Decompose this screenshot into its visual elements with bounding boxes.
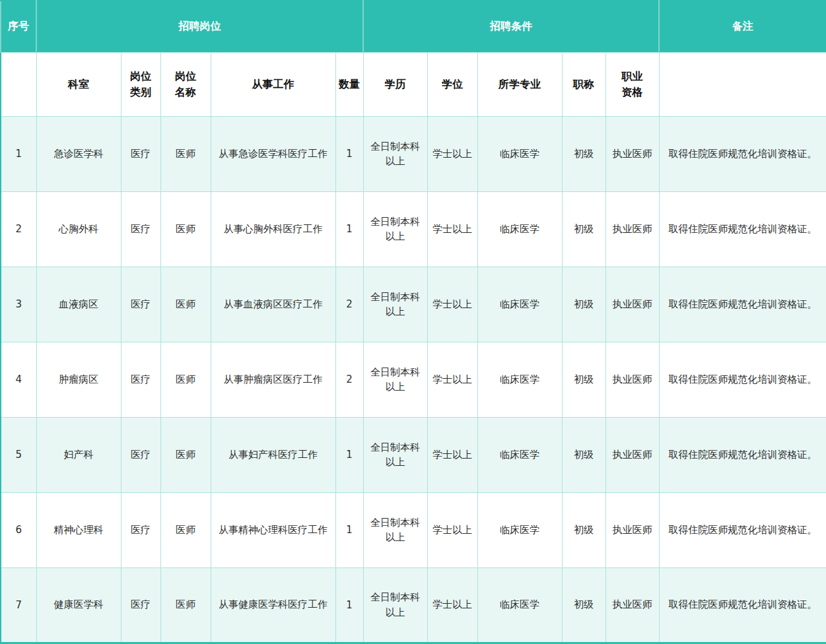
cell-degree: 学士以上 <box>427 191 477 267</box>
cell-remark: 取得住院医师规范化培训资格证。 <box>659 116 826 191</box>
cell-work: 从事急诊医学科医疗工作 <box>211 116 335 191</box>
cell-count: 1 <box>335 116 363 191</box>
cell-major: 临床医学 <box>477 191 562 267</box>
cell-education: 全日制本科 以上 <box>363 342 427 417</box>
cell-remark: 取得住院医师规范化培训资格证。 <box>659 417 826 492</box>
cell-index: 3 <box>1 267 36 342</box>
cell-qualification: 执业医师 <box>605 267 659 342</box>
group-header-conditions: 招聘条件 <box>363 1 659 52</box>
cell-position-name: 医师 <box>160 567 211 643</box>
col-header-category: 岗位 类别 <box>121 52 160 116</box>
cell-major: 临床医学 <box>477 567 562 643</box>
cell-education: 全日制本科 以上 <box>363 417 427 492</box>
cell-rank: 初级 <box>562 116 605 191</box>
table-row: 3 血液病区 医疗 医师 从事血液病区医疗工作 2 全日制本科 以上 学士以上 … <box>1 267 826 342</box>
cell-qualification: 执业医师 <box>605 567 659 643</box>
cell-remark: 取得住院医师规范化培训资格证。 <box>659 191 826 267</box>
cell-position-name: 医师 <box>160 342 211 417</box>
table-row: 4 肿瘤病区 医疗 医师 从事肿瘤病区医疗工作 2 全日制本科 以上 学士以上 … <box>1 342 826 417</box>
col-header-department: 科室 <box>36 52 121 116</box>
table-row: 7 健康医学科 医疗 医师 从事健康医学科医疗工作 1 全日制本科 以上 学士以… <box>1 567 826 643</box>
cell-category: 医疗 <box>121 567 160 643</box>
col-header-work: 从事工作 <box>211 52 335 116</box>
recruitment-table-page: 序号 招聘岗位 招聘条件 备注 科室 岗位 类别 岗位 名称 从事工作 数量 学… <box>0 0 826 644</box>
cell-degree: 学士以上 <box>427 267 477 342</box>
cell-category: 医疗 <box>121 191 160 267</box>
cell-category: 医疗 <box>121 267 160 342</box>
cell-degree: 学士以上 <box>427 417 477 492</box>
cell-education: 全日制本科 以上 <box>363 116 427 191</box>
cell-rank: 初级 <box>562 267 605 342</box>
cell-education: 全日制本科 以上 <box>363 191 427 267</box>
cell-work: 从事精神心理科医疗工作 <box>211 492 335 567</box>
cell-qualification: 执业医师 <box>605 116 659 191</box>
cell-position-name: 医师 <box>160 417 211 492</box>
cell-qualification: 执业医师 <box>605 492 659 567</box>
cell-major: 临床医学 <box>477 342 562 417</box>
cell-department: 心胸外科 <box>36 191 121 267</box>
cell-position-name: 医师 <box>160 116 211 191</box>
table-row: 1 急诊医学科 医疗 医师 从事急诊医学科医疗工作 1 全日制本科 以上 学士以… <box>1 116 826 191</box>
column-header-row: 科室 岗位 类别 岗位 名称 从事工作 数量 学历 学位 所学专业 职称 职业 … <box>1 52 826 116</box>
col-header-education: 学历 <box>363 52 427 116</box>
cell-position-name: 医师 <box>160 267 211 342</box>
group-header-positions: 招聘岗位 <box>36 1 363 52</box>
cell-department: 健康医学科 <box>36 567 121 643</box>
cell-rank: 初级 <box>562 191 605 267</box>
cell-remark: 取得住院医师规范化培训资格证。 <box>659 567 826 643</box>
cell-count: 2 <box>335 342 363 417</box>
cell-category: 医疗 <box>121 116 160 191</box>
cell-index: 6 <box>1 492 36 567</box>
cell-work: 从事肿瘤病区医疗工作 <box>211 342 335 417</box>
cell-index: 4 <box>1 342 36 417</box>
cell-work: 从事健康医学科医疗工作 <box>211 567 335 643</box>
cell-count: 1 <box>335 492 363 567</box>
cell-degree: 学士以上 <box>427 342 477 417</box>
table-row: 6 精神心理科 医疗 医师 从事精神心理科医疗工作 1 全日制本科 以上 学士以… <box>1 492 826 567</box>
cell-degree: 学士以上 <box>427 492 477 567</box>
group-header-row: 序号 招聘岗位 招聘条件 备注 <box>1 1 826 52</box>
cell-remark: 取得住院医师规范化培训资格证。 <box>659 267 826 342</box>
cell-major: 临床医学 <box>477 417 562 492</box>
cell-qualification: 执业医师 <box>605 417 659 492</box>
col-header-rank: 职称 <box>562 52 605 116</box>
cell-degree: 学士以上 <box>427 116 477 191</box>
col-header-spacer-right <box>659 52 826 116</box>
col-header-count: 数量 <box>335 52 363 116</box>
cell-position-name: 医师 <box>160 492 211 567</box>
cell-department: 妇产科 <box>36 417 121 492</box>
cell-index: 1 <box>1 116 36 191</box>
cell-remark: 取得住院医师规范化培训资格证。 <box>659 342 826 417</box>
cell-count: 1 <box>335 417 363 492</box>
cell-education: 全日制本科 以上 <box>363 267 427 342</box>
cell-category: 医疗 <box>121 342 160 417</box>
cell-category: 医疗 <box>121 417 160 492</box>
cell-major: 临床医学 <box>477 116 562 191</box>
cell-department: 精神心理科 <box>36 492 121 567</box>
col-header-major: 所学专业 <box>477 52 562 116</box>
cell-education: 全日制本科 以上 <box>363 567 427 643</box>
table-row: 2 心胸外科 医疗 医师 从事心胸外科医疗工作 1 全日制本科 以上 学士以上 … <box>1 191 826 267</box>
cell-category: 医疗 <box>121 492 160 567</box>
cell-count: 1 <box>335 191 363 267</box>
cell-rank: 初级 <box>562 567 605 643</box>
cell-rank: 初级 <box>562 492 605 567</box>
cell-count: 1 <box>335 567 363 643</box>
top-header-remark: 备注 <box>659 1 826 52</box>
cell-major: 临床医学 <box>477 492 562 567</box>
cell-qualification: 执业医师 <box>605 191 659 267</box>
cell-index: 7 <box>1 567 36 643</box>
cell-rank: 初级 <box>562 342 605 417</box>
col-header-position-name: 岗位 名称 <box>160 52 211 116</box>
col-header-spacer-left <box>1 52 36 116</box>
cell-work: 从事妇产科医疗工作 <box>211 417 335 492</box>
cell-department: 肿瘤病区 <box>36 342 121 417</box>
cell-index: 5 <box>1 417 36 492</box>
cell-rank: 初级 <box>562 417 605 492</box>
cell-degree: 学士以上 <box>427 567 477 643</box>
cell-position-name: 医师 <box>160 191 211 267</box>
cell-remark: 取得住院医师规范化培训资格证。 <box>659 492 826 567</box>
cell-work: 从事心胸外科医疗工作 <box>211 191 335 267</box>
col-header-degree: 学位 <box>427 52 477 116</box>
cell-index: 2 <box>1 191 36 267</box>
